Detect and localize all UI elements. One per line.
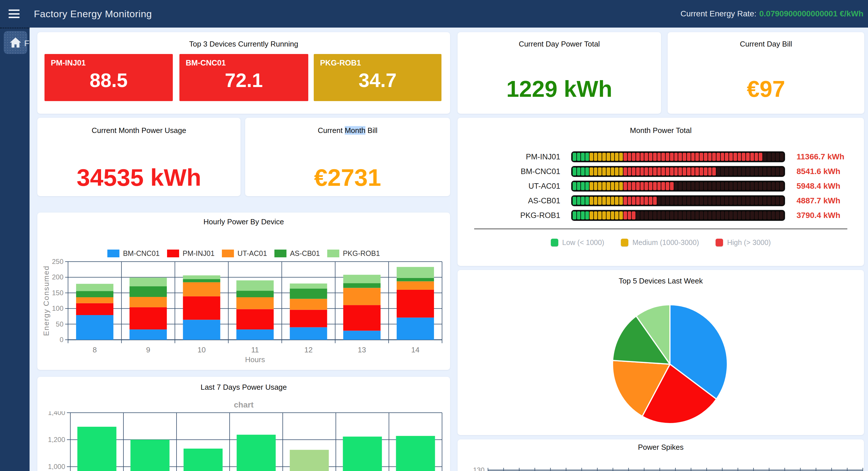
card-day-bill: Current Day Bill €97 [668, 32, 864, 114]
month-total-row: PM-INJ0111366.7 kWh [458, 151, 864, 162]
month-total-bars[interactable]: PM-INJ0111366.7 kWhBM-CNC018541.6 kWhUT-… [458, 151, 864, 221]
month-row-segmented-bar[interactable] [571, 151, 785, 162]
svg-text:10: 10 [197, 346, 206, 354]
month-row-segmented-bar[interactable] [571, 210, 785, 221]
device-tile-bm-cnc01: BM-CNC01 72.1 [179, 54, 308, 101]
tile-device-name: PM-INJ01 [51, 59, 86, 67]
month-legend-item: High (> 3000) [716, 238, 771, 247]
card-month-total-title: Month Power Total [458, 126, 864, 135]
svg-text:200: 200 [52, 273, 63, 281]
tile-device-name: BM-CNC01 [186, 59, 226, 67]
month-legend-divider [474, 229, 847, 229]
svg-text:150: 150 [52, 289, 63, 297]
month-row-device-label: AS-CB01 [458, 197, 560, 205]
month-row-segmented-bar[interactable] [571, 195, 785, 206]
hourly-stacked-bar-chart[interactable]: 050100150200250891011121314HoursEnergy C… [37, 212, 450, 370]
energy-rate-value: 0.0790900000000001 [759, 9, 838, 18]
svg-text:8: 8 [93, 346, 97, 354]
card-last7-title: Last 7 Days Power Usage [37, 383, 450, 392]
card-month-power-total: Month Power Total PM-INJ0111366.7 kWhBM-… [458, 118, 864, 266]
svg-text:1,000: 1,000 [48, 463, 65, 470]
month-row-value: 4887.7 kWh [797, 196, 840, 205]
energy-rate-unit: €/kWh [840, 9, 863, 18]
month-total-row: AS-CB014887.7 kWh [458, 195, 864, 206]
day-bill-value: €97 [668, 76, 864, 102]
month-legend-item: Low (< 1000) [551, 238, 604, 247]
month-total-legend: Low (< 1000)Medium (1000-3000)High (> 30… [458, 238, 864, 247]
card-day-total-title: Current Day Power Total [458, 40, 661, 49]
card-last7-days: Last 7 Days Power Usage chart 1,4001,200… [37, 377, 450, 471]
svg-text:Hours: Hours [245, 355, 265, 364]
svg-text:1,200: 1,200 [48, 436, 65, 443]
card-month-usage-title: Current Month Power Usage [37, 126, 241, 135]
home-button[interactable] [4, 31, 27, 54]
month-legend-item: Medium (1000-3000) [621, 238, 699, 247]
month-row-device-label: PKG-ROB1 [458, 211, 560, 220]
day-total-value: 1229 kWh [458, 76, 661, 102]
card-top3-title: Top 3 Devices Currently Running [37, 40, 450, 49]
svg-text:250: 250 [52, 258, 63, 265]
last7-chart-subtitle: chart [37, 400, 450, 410]
tile-device-value: 34.7 [314, 69, 441, 91]
month-row-value: 3790.4 kWh [797, 211, 840, 220]
month-total-row: UT-AC015948.4 kWh [458, 181, 864, 192]
svg-text:14: 14 [411, 346, 420, 354]
card-month-bill: Current Month Bill €2731 [245, 118, 450, 196]
energy-rate: Current Energy Rate:0.0790900000000001 €… [681, 9, 863, 19]
main-content: Top 3 Devices Currently Running PM-INJ01… [30, 28, 868, 471]
last7-bar-chart[interactable]: 1,4001,2001,000 [37, 411, 450, 471]
device-tile-pm-inj01: PM-INJ01 88.5 [44, 54, 173, 101]
svg-text:13: 13 [358, 346, 366, 354]
tile-device-value: 88.5 [44, 69, 173, 91]
svg-text:9: 9 [146, 346, 150, 354]
card-day-power-total: Current Day Power Total 1229 kWh [458, 32, 661, 114]
month-row-segmented-bar[interactable] [571, 181, 785, 192]
sidebar: F [0, 28, 30, 471]
month-bill-title-post: Bill [365, 126, 377, 135]
sidebar-divider [0, 28, 30, 28]
hamburger-menu-icon[interactable] [9, 9, 20, 18]
home-icon [9, 36, 22, 49]
svg-text:1,400: 1,400 [48, 411, 65, 416]
card-month-power-usage: Current Month Power Usage 34535 kWh [37, 118, 241, 196]
power-spikes-chart[interactable]: 130 [458, 439, 864, 471]
app-title: Factory Energy Monitoring [34, 8, 152, 20]
month-row-value: 8541.6 kWh [797, 167, 840, 176]
card-top5-pie: Top 5 Devices Last Week [458, 270, 864, 435]
svg-text:Energy Consumed: Energy Consumed [42, 265, 51, 336]
energy-rate-label: Current Energy Rate: [681, 9, 756, 18]
month-usage-value: 34535 kWh [37, 164, 241, 192]
sidebar-item-label-clipped: F [24, 38, 29, 48]
month-row-device-label: UT-AC01 [458, 182, 560, 191]
device-tile-pkg-rob1: PKG-ROB1 34.7 [314, 54, 441, 101]
svg-text:130: 130 [473, 466, 485, 471]
month-row-device-label: BM-CNC01 [458, 167, 560, 176]
tile-device-value: 72.1 [179, 69, 308, 91]
svg-text:12: 12 [304, 346, 313, 354]
month-total-row: BM-CNC018541.6 kWh [458, 166, 864, 177]
card-power-spikes: Power Spikes 130 [458, 439, 864, 471]
month-row-value: 5948.4 kWh [797, 181, 840, 191]
top5-pie-chart[interactable] [458, 270, 864, 435]
svg-text:50: 50 [56, 320, 63, 328]
tile-device-name: PKG-ROB1 [320, 59, 361, 67]
card-month-bill-title: Current Month Bill [245, 126, 450, 135]
top-navbar: Factory Energy Monitoring Current Energy… [0, 0, 868, 28]
month-bill-value: €2731 [245, 164, 450, 192]
card-top3-devices: Top 3 Devices Currently Running PM-INJ01… [37, 32, 450, 114]
month-total-row: PKG-ROB13790.4 kWh [458, 210, 864, 221]
month-row-value: 11366.7 kWh [797, 152, 844, 161]
month-row-segmented-bar[interactable] [571, 166, 785, 177]
month-bill-title-selected-text: Month [345, 126, 365, 135]
month-bill-title-pre: Current [318, 126, 345, 135]
svg-text:0: 0 [60, 336, 63, 344]
svg-text:100: 100 [52, 304, 63, 312]
month-row-device-label: PM-INJ01 [458, 152, 560, 161]
card-day-bill-title: Current Day Bill [668, 40, 864, 49]
svg-text:11: 11 [251, 346, 259, 354]
card-hourly-power: Hourly Power By Device BM-CNC01PM-INJ01U… [37, 212, 450, 370]
